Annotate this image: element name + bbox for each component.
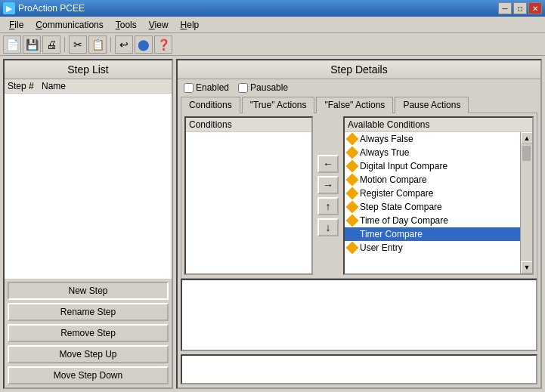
close-button[interactable]: ✕ [528,2,542,14]
avail-item-time-of-day[interactable]: Time of Day Compare [345,214,520,227]
connect-button[interactable]: ⬤ [135,35,153,54]
avail-label-always-true: Always True [360,147,409,158]
tab-content: Conditions ← → ↑ ↓ Available Conditions [181,113,537,279]
conditions-area: Conditions ← → ↑ ↓ Available Conditions [181,113,537,278]
arrow-right-button[interactable]: → [317,176,339,194]
enabled-label: Enabled [196,82,229,93]
column-step-num: Step # [8,81,42,91]
new-file-button[interactable]: 📄 [3,35,21,54]
toolbar: 📄 💾 🖨 ✂ 📋 ↩ ⬤ ❓ [0,33,545,56]
arrow-up-button[interactable]: ↑ [317,197,339,215]
enabled-checkbox-label[interactable]: Enabled [184,82,229,93]
avail-label-digital-input: Digital Input Compare [360,161,447,171]
details-description-area [181,279,537,351]
diamond-icon-timer-compare [346,228,359,241]
app-title: ProAction PCEE [18,3,85,14]
avail-label-timer-compare: Timer Compare [360,229,423,239]
cut-button[interactable]: ✂ [69,35,87,54]
save-button[interactable]: 💾 [23,35,41,54]
maximize-button[interactable]: □ [513,2,527,14]
column-name: Name [42,81,169,91]
remove-step-button[interactable]: Remove Step [8,324,169,342]
avail-item-register-compare[interactable]: Register Compare [345,187,520,200]
menu-help[interactable]: Help [175,18,206,32]
title-bar: ▶ ProAction PCEE ─ □ ✕ [0,0,545,17]
avail-item-timer-compare[interactable]: Timer Compare [345,227,520,241]
avail-label-time-of-day: Time of Day Compare [360,215,448,226]
avail-item-digital-input[interactable]: Digital Input Compare [345,159,520,173]
scroll-thumb [522,146,531,161]
step-details-header: Step Details [178,60,540,79]
avail-item-always-true[interactable]: Always True [345,146,520,159]
new-step-button[interactable]: New Step [8,282,169,300]
conditions-list: Conditions [184,116,313,275]
menu-view[interactable]: View [143,18,175,32]
avail-label-always-false: Always False [360,134,413,144]
avail-label-step-state: Step State Compare [360,202,442,212]
pausable-checkbox-label[interactable]: Pausable [238,82,288,93]
toolbar-separator-1 [64,37,65,52]
conditions-list-body [186,132,311,273]
diamond-icon-digital-input [346,160,359,173]
step-details-panel: Step Details Enabled Pausable Conditions… [176,59,542,389]
menu-bar: File Communications Tools View Help [0,17,545,33]
move-step-up-button[interactable]: Move Step Up [8,345,169,363]
menu-communications[interactable]: Communications [29,18,109,32]
tab-conditions[interactable]: Conditions [181,97,240,113]
avail-item-motion-compare[interactable]: Motion Compare [345,173,520,187]
step-list-body [5,94,172,279]
undo-button[interactable]: ↩ [115,35,133,54]
diamond-icon-time-of-day [346,215,359,227]
step-list-panel: Step List Step # Name New Step Rename St… [3,59,173,389]
scroll-down-button[interactable]: ▼ [521,261,532,273]
diamond-icon-step-state [346,201,359,214]
main-area: Step List Step # Name New Step Rename St… [0,56,545,392]
available-conditions-list: Always False Always True Digital Input C… [345,132,520,273]
arrow-buttons: ← → ↑ ↓ [316,116,340,275]
arrow-down-button[interactable]: ↓ [317,218,339,236]
diamond-icon-motion-compare [346,174,359,187]
diamond-icon-always-false [346,133,359,146]
conditions-list-header: Conditions [186,118,311,132]
avail-label-motion-compare: Motion Compare [360,174,427,185]
rename-step-button[interactable]: Rename Step [8,303,169,321]
diamond-icon-always-true [346,147,359,159]
step-list-buttons: New Step Rename Step Remove Step Move St… [5,279,172,387]
menu-file[interactable]: File [3,18,29,32]
tab-true-actions[interactable]: "True" Actions [242,97,315,113]
app-icon: ▶ [3,2,15,14]
paste-button[interactable]: 📋 [88,35,107,54]
scroll-up-button[interactable]: ▲ [521,132,532,144]
diamond-icon-user-entry [346,242,359,255]
diamond-icon-register-compare [346,187,359,200]
scroll-track [521,144,532,261]
print-button[interactable]: 🖨 [42,35,60,54]
avail-item-user-entry[interactable]: User Entry [345,241,520,255]
help-button[interactable]: ❓ [154,35,172,54]
avail-item-step-state[interactable]: Step State Compare [345,200,520,214]
tab-pause-actions[interactable]: Pause Actions [395,97,469,113]
step-list-table-header: Step # Name [5,79,172,94]
details-bottom [181,279,537,384]
available-conditions-container: Available Conditions Always False Always… [343,116,534,275]
title-bar-left: ▶ ProAction PCEE [3,2,85,14]
step-list-header: Step List [5,60,172,79]
available-conditions-header: Available Conditions [345,118,532,132]
window-controls: ─ □ ✕ [498,2,542,14]
available-scrollbar[interactable]: ▲ ▼ [520,132,532,273]
arrow-left-button[interactable]: ← [317,155,339,173]
tabs-bar: Conditions "True" Actions "False" Action… [178,96,540,113]
avail-label-register-compare: Register Compare [360,188,433,199]
toolbar-separator-2 [110,37,111,52]
menu-tools[interactable]: Tools [110,18,143,32]
tab-false-actions[interactable]: "False" Actions [316,97,393,113]
details-checkboxes: Enabled Pausable [178,79,540,96]
pausable-checkbox[interactable] [238,83,248,93]
avail-item-always-false[interactable]: Always False [345,132,520,146]
pausable-label: Pausable [250,82,288,93]
enabled-checkbox[interactable] [184,83,194,93]
available-conditions-inner: Always False Always True Digital Input C… [345,132,532,273]
minimize-button[interactable]: ─ [498,2,512,14]
avail-label-user-entry: User Entry [360,242,403,253]
move-step-down-button[interactable]: Move Step Down [8,366,169,384]
